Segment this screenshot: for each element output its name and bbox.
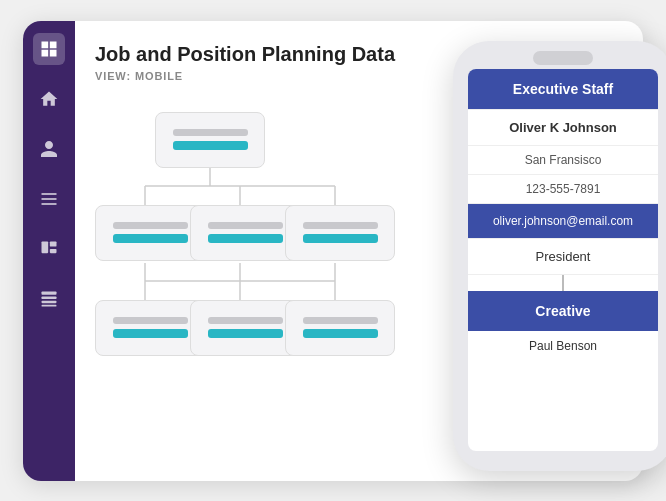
org-node-l1-2[interactable] — [190, 205, 300, 261]
phone-notch — [533, 51, 593, 65]
node-line-teal — [113, 329, 188, 338]
svg-rect-1 — [42, 198, 57, 200]
sidebar-icon-grid[interactable] — [33, 33, 65, 65]
phone-row-paul-benson: Paul Benson — [468, 331, 658, 361]
svg-rect-8 — [42, 300, 57, 303]
phone-row-creative: Creative — [468, 291, 658, 331]
svg-rect-3 — [42, 241, 49, 253]
phone-screen: Executive Staff Oliver K Johnson San Fra… — [468, 69, 658, 451]
node-line-gray — [208, 317, 283, 324]
svg-rect-4 — [50, 241, 57, 246]
org-node-l1-3[interactable] — [285, 205, 395, 261]
phone-row-email[interactable]: oliver.johnson@email.com — [468, 204, 658, 239]
phone-row-executive-staff: Executive Staff — [468, 69, 658, 110]
node-line-teal — [303, 234, 378, 243]
sidebar-icon-layout[interactable] — [33, 233, 65, 265]
svg-rect-7 — [42, 296, 57, 299]
org-node-l1-1[interactable] — [95, 205, 205, 261]
sidebar — [23, 21, 75, 481]
svg-rect-6 — [42, 291, 57, 294]
sidebar-icon-home[interactable] — [33, 83, 65, 115]
phone-connector — [562, 275, 564, 291]
svg-rect-0 — [42, 193, 57, 195]
node-line-gray — [303, 317, 378, 324]
sidebar-icon-table[interactable] — [33, 283, 65, 315]
node-line-gray — [113, 317, 188, 324]
org-node-root[interactable] — [155, 112, 265, 168]
svg-rect-5 — [50, 249, 57, 253]
phone-row-city: San Fransisco — [468, 146, 658, 175]
svg-rect-2 — [42, 203, 57, 205]
node-line-teal — [173, 141, 248, 150]
node-line-gray — [173, 129, 248, 136]
phone-row-name: Oliver K Johnson — [468, 110, 658, 146]
org-node-l2-1[interactable] — [95, 300, 205, 356]
sidebar-icon-list[interactable] — [33, 183, 65, 215]
node-line-gray — [303, 222, 378, 229]
svg-rect-9 — [42, 304, 57, 306]
sidebar-icon-person[interactable] — [33, 133, 65, 165]
node-line-gray — [208, 222, 283, 229]
main-card: Job and Position Planning Data VIEW: MOB… — [23, 21, 643, 481]
node-line-teal — [303, 329, 378, 338]
org-node-l2-3[interactable] — [285, 300, 395, 356]
node-line-teal — [208, 329, 283, 338]
node-line-gray — [113, 222, 188, 229]
phone-mockup: Executive Staff Oliver K Johnson San Fra… — [453, 41, 666, 471]
org-chart — [95, 100, 415, 430]
phone-row-president: President — [468, 239, 658, 275]
node-line-teal — [208, 234, 283, 243]
node-line-teal — [113, 234, 188, 243]
org-node-l2-2[interactable] — [190, 300, 300, 356]
phone-row-phone: 123-555-7891 — [468, 175, 658, 204]
